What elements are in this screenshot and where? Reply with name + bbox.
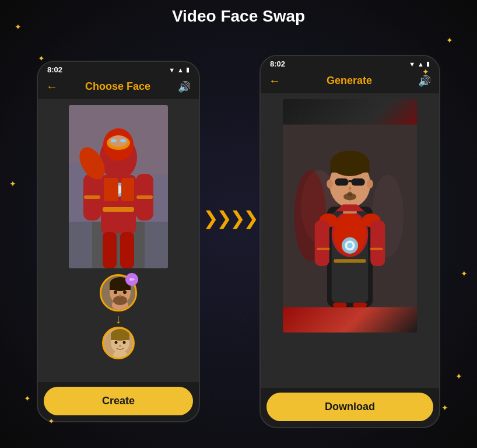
deco-star-2: ✦ [38, 54, 45, 63]
left-back-button[interactable]: ← [46, 80, 58, 93]
svg-point-67 [348, 192, 352, 197]
svg-point-31 [119, 295, 121, 297]
svg-point-38 [123, 341, 126, 344]
svg-rect-64 [351, 178, 364, 186]
deco-star-5: ✦ [24, 394, 31, 403]
deco-star-6: ✦ [48, 416, 55, 426]
download-button[interactable]: Download [266, 393, 433, 421]
right-back-button[interactable]: ← [269, 74, 280, 88]
svg-rect-57 [334, 259, 366, 262]
arrow-down-icon: ↓ [115, 313, 122, 326]
svg-rect-27 [110, 284, 131, 290]
right-status-icons: ▼ ▲ ▮ [409, 60, 430, 68]
svg-point-70 [367, 179, 373, 188]
edit-badge[interactable]: ✏ [125, 273, 138, 286]
svg-point-8 [111, 139, 117, 142]
svg-rect-13 [104, 178, 118, 201]
left-sound-button[interactable]: 🔊 [178, 80, 191, 93]
target-face-circle[interactable] [102, 327, 135, 359]
svg-rect-59 [370, 248, 383, 250]
right-video-frame [283, 99, 417, 332]
page-title: Video Face Swap [0, 7, 477, 26]
svg-point-9 [120, 139, 126, 142]
edit-icon: ✏ [129, 276, 135, 284]
battery-icon: ▮ [186, 66, 190, 74]
svg-rect-21 [84, 195, 100, 199]
signal-icon: ▼ [169, 66, 175, 74]
svg-rect-56 [353, 303, 366, 307]
svg-rect-63 [335, 178, 348, 186]
svg-rect-54 [370, 220, 385, 266]
svg-point-50 [347, 243, 352, 248]
svg-point-37 [115, 341, 118, 344]
right-nav-title: Generate [327, 75, 372, 87]
phones-container: 8:02 ▼ ▲ ▮ ← Choose Face 🔊 [0, 35, 477, 448]
svg-rect-14 [121, 178, 134, 201]
right-signal-icon: ▼ [409, 61, 415, 68]
svg-point-29 [114, 290, 117, 294]
svg-rect-36 [111, 335, 129, 340]
svg-rect-58 [317, 248, 330, 250]
deco-star-10: ✦ [461, 269, 468, 278]
left-status-time: 8:02 [47, 65, 62, 74]
right-phone-content [261, 93, 439, 388]
phones-arrow: ❯❯❯❯ [203, 207, 257, 229]
deco-star-8: ✦ [455, 372, 462, 381]
svg-rect-55 [333, 303, 346, 307]
create-button[interactable]: Create [44, 387, 193, 415]
svg-rect-53 [315, 220, 329, 266]
left-status-bar: 8:02 ▼ ▲ ▮ [38, 62, 199, 76]
svg-point-28 [113, 296, 127, 305]
left-nav-bar: ← Choose Face 🔊 [38, 76, 199, 99]
face-swap-area: ✏ ↓ [100, 274, 137, 359]
svg-rect-22 [136, 195, 153, 199]
svg-rect-18 [103, 232, 117, 268]
left-status-icons: ▼ ▲ ▮ [169, 66, 190, 74]
svg-rect-65 [349, 180, 352, 182]
left-video-frame [69, 105, 168, 268]
left-phone: 8:02 ▼ ▲ ▮ ← Choose Face 🔊 [37, 61, 200, 422]
deco-star-9: ✦ [9, 179, 16, 188]
svg-point-68 [349, 187, 352, 190]
svg-rect-19 [120, 232, 134, 268]
left-nav-title: Choose Face [85, 80, 150, 93]
source-face-wrapper: ✏ [100, 274, 137, 312]
svg-rect-62 [330, 163, 369, 173]
left-phone-content: ✏ ↓ [38, 99, 199, 382]
svg-point-69 [327, 179, 333, 188]
svg-point-39 [119, 345, 121, 347]
wifi-icon: ▲ [177, 66, 184, 74]
right-status-time: 8:02 [270, 60, 285, 68]
right-battery-icon: ▮ [426, 60, 430, 68]
deco-star-7: ✦ [441, 403, 448, 412]
svg-rect-20 [103, 207, 134, 212]
ironman-left-image [69, 105, 168, 268]
right-phone: 8:02 ▼ ▲ ▮ ← Generate 🔊 [259, 55, 440, 428]
right-wifi-icon: ▲ [418, 61, 424, 68]
right-status-bar: 8:02 ▼ ▲ ▮ [261, 56, 439, 71]
svg-point-30 [123, 290, 127, 294]
right-nav-bar: ← Generate 🔊 [261, 71, 439, 93]
deco-star-4: ✦ [422, 67, 429, 76]
deco-star-3: ✦ [446, 36, 453, 45]
